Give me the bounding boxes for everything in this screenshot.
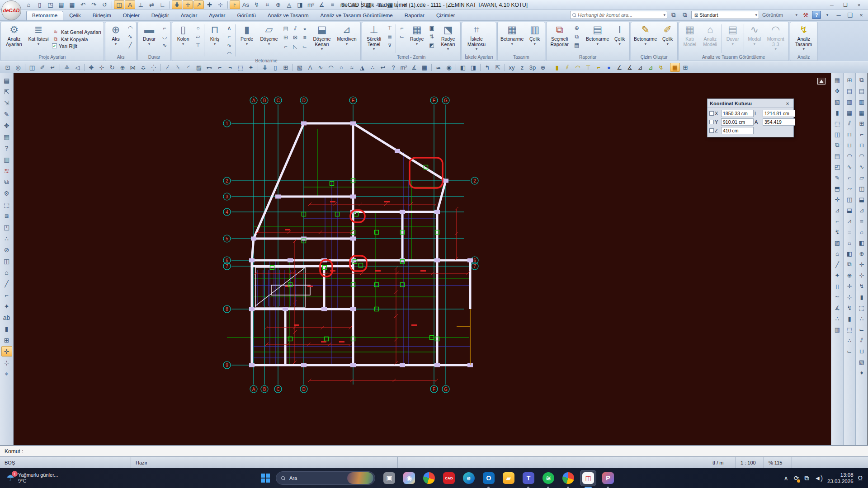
tool-icon[interactable]: ⌐: [857, 129, 867, 139]
yari-rijit-checkbox[interactable]: ✔ Yarı Rijit: [52, 43, 101, 49]
tool-icon[interactable]: ⌂: [832, 249, 843, 258]
align-objects-icon[interactable]: ⇄: [146, 0, 157, 9]
tool-icon[interactable]: ◠: [857, 151, 867, 161]
level-color-icon[interactable]: ◉: [444, 63, 454, 72]
coordinate-box-panel[interactable]: Koordinat Kutusu × X L Y A Z: [707, 99, 794, 137]
tool-icon[interactable]: ▦: [832, 75, 843, 85]
tool-icon[interactable]: ◫: [844, 194, 855, 204]
layer-page-icon[interactable]: ◧: [458, 63, 468, 72]
rapor-betonarme-button[interactable]: ▤ Betonarme ▾: [585, 23, 611, 54]
tool-icon[interactable]: ⧉: [844, 259, 855, 269]
fillet-icon[interactable]: ◜: [184, 63, 193, 72]
pin-tool-icon[interactable]: ⊤: [583, 63, 593, 72]
compass-icon[interactable]: ⟁: [62, 63, 72, 72]
analiz-modeli-button[interactable]: ⌂ Analiz Modeli: [700, 23, 720, 54]
tool-icon[interactable]: ⊞: [844, 75, 855, 85]
tool-icon[interactable]: ⬒: [832, 183, 843, 193]
taskbar-search[interactable]: Ara: [276, 471, 375, 485]
tool-icon[interactable]: ✎: [832, 173, 843, 183]
close-button[interactable]: ×: [853, 1, 865, 9]
revert-icon[interactable]: ↺: [99, 0, 110, 9]
app-file-explorer[interactable]: ▰: [501, 470, 516, 486]
angle-dim-icon[interactable]: ∡: [316, 0, 327, 9]
rotate-ref-icon[interactable]: ⊕: [118, 63, 127, 72]
load-display-icon[interactable]: ⊦: [230, 0, 240, 9]
select-rect-icon[interactable]: ⬚: [1, 199, 12, 210]
tool-icon[interactable]: ⫽: [857, 335, 867, 345]
spline-icon[interactable]: ∿: [316, 63, 326, 72]
radye-axes-icon[interactable]: ⇅: [427, 33, 436, 41]
point-cloud-icon[interactable]: ∴: [1, 233, 12, 244]
slope-dim-icon[interactable]: ◬: [284, 0, 294, 9]
kat-genel-ayarlari-button[interactable]: ≋ Kat Genel Ayarları: [52, 29, 101, 35]
tool-icon[interactable]: ▥: [844, 97, 855, 107]
pin-point-icon[interactable]: ⊹: [1, 357, 12, 368]
grid-icon[interactable]: ⊞: [281, 63, 291, 72]
volume-icon[interactable]: ◄): [814, 474, 823, 482]
command-search-input[interactable]: [578, 12, 663, 18]
tool-icon[interactable]: ⬚: [857, 303, 867, 313]
kat-kopyala-button[interactable]: ⧉ Kat Kopyala: [52, 36, 101, 42]
tool-icon[interactable]: ▮: [832, 108, 843, 117]
tool-icon[interactable]: ▤: [844, 86, 855, 96]
roof-tool-icon[interactable]: ⌂: [1, 267, 12, 277]
render-icon[interactable]: ⚒: [801, 10, 811, 19]
graph-1-icon[interactable]: ∠: [614, 63, 624, 72]
image-icon[interactable]: ▧: [295, 63, 305, 72]
hatch-wall-icon[interactable]: ▨: [194, 63, 204, 72]
tab-ara-lar[interactable]: Araçlar: [175, 11, 203, 20]
tool-icon[interactable]: ⊓: [844, 129, 855, 139]
level-icon[interactable]: ≃: [434, 63, 443, 72]
guide-point-icon[interactable]: ⊹: [215, 0, 226, 9]
l-footing-icon[interactable]: ⌐: [397, 24, 406, 32]
offset-icon[interactable]: ↩: [378, 63, 388, 72]
corner-join-icon[interactable]: ⌐: [215, 63, 225, 72]
tool-icon[interactable]: ⌐: [844, 173, 855, 183]
app-outlook[interactable]: O: [481, 470, 496, 486]
auto-label-icon[interactable]: ab: [349, 0, 359, 9]
tray-expand-icon[interactable]: ∧: [783, 474, 788, 482]
app-spotify[interactable]: ≋: [541, 470, 556, 486]
offset-object-icon[interactable]: ✥: [1, 120, 12, 131]
tool-icon[interactable]: ▤: [857, 86, 867, 96]
dome-roof-icon[interactable]: ◠: [573, 63, 583, 72]
point-snap-icon[interactable]: ✚: [204, 0, 215, 9]
slope-slab-icon[interactable]: ⫽: [291, 24, 300, 33]
app-teams[interactable]: T: [521, 470, 536, 486]
zoom-window-icon[interactable]: ⊡: [3, 63, 13, 72]
move-icon[interactable]: ✥: [86, 63, 96, 72]
angle-select-icon[interactable]: ◁: [72, 63, 82, 72]
minimize-button[interactable]: ─: [826, 1, 838, 9]
tool-icon[interactable]: ⊿: [844, 216, 855, 226]
tool-icon[interactable]: ∡: [832, 303, 843, 313]
mirror-icon[interactable]: ⋈: [128, 63, 138, 72]
edit-object-icon[interactable]: ✎: [1, 109, 12, 119]
duvar-button[interactable]: ▬ Duvar ▾: [139, 23, 159, 54]
tool-icon[interactable]: ✦: [857, 368, 867, 378]
tool-icon[interactable]: ⬓: [857, 194, 867, 204]
tool-icon[interactable]: ▮: [857, 292, 867, 302]
tool-icon[interactable]: ⬚: [832, 118, 843, 128]
radye-slab-icon[interactable]: ▣: [427, 24, 436, 32]
doseme-button[interactable]: ▱ Döşeme ▾: [258, 23, 280, 58]
help-button[interactable]: ?: [812, 11, 821, 19]
strip-corner-icon[interactable]: ⌙: [397, 33, 406, 41]
tool-icon[interactable]: ⧉: [857, 75, 867, 85]
mdi-restore-button[interactable]: ❑: [845, 10, 855, 19]
tool-icon[interactable]: ▱: [857, 173, 867, 183]
view-combo[interactable]: Görünüm ▾: [760, 11, 799, 19]
mdi-close-button[interactable]: ×: [856, 10, 866, 19]
brush-icon[interactable]: ✎: [338, 0, 349, 9]
erase-icon[interactable]: ⊘: [1, 244, 12, 255]
tool-icon[interactable]: ✛: [857, 259, 867, 269]
kati-model-button[interactable]: ▦ Katı Model: [680, 23, 699, 54]
tool-icon[interactable]: ∴: [857, 314, 867, 324]
app-idecad-statik[interactable]: ◫: [580, 470, 596, 486]
graph-2-icon[interactable]: ⊿: [635, 63, 645, 72]
arc-icon[interactable]: ◠: [326, 63, 336, 72]
ungroup-objects-icon[interactable]: ◰: [1, 222, 12, 232]
layer-grid-icon[interactable]: ◨: [468, 63, 478, 72]
corner-tool-icon[interactable]: ∟: [157, 0, 168, 9]
tool-icon[interactable]: ▧: [832, 97, 843, 107]
kiris-button[interactable]: ⊓ Kiriş ▾: [206, 23, 224, 58]
